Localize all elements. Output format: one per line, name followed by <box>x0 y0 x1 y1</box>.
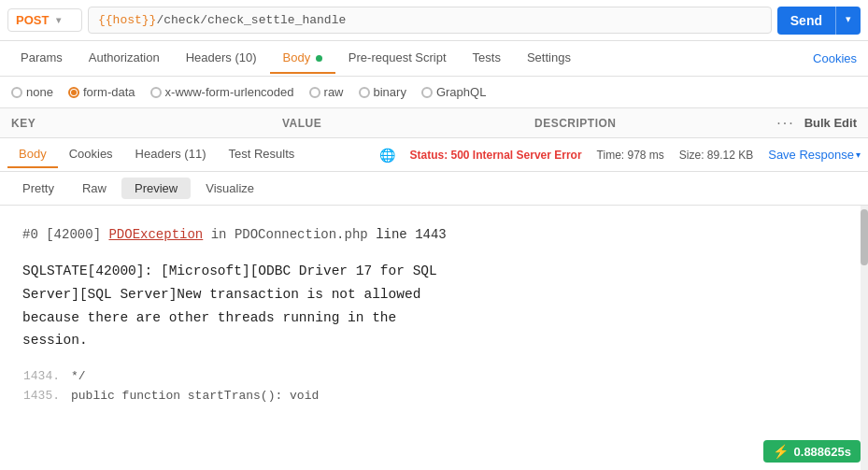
save-response-button[interactable]: Save Response ▾ <box>768 148 861 162</box>
radio-urlencoded[interactable]: x-www-form-urlencoded <box>150 85 294 99</box>
error-file: PDOConnection.php <box>235 227 368 242</box>
timer-badge: ⚡ 0.888625s <box>763 440 861 463</box>
error-msg-line4: session. <box>22 329 846 352</box>
error-msg-line1: SQLSTATE[42000]: [Microsoft][ODBC Driver… <box>22 260 846 283</box>
col-key: KEY <box>11 117 282 130</box>
save-response-chevron: ▾ <box>856 150 861 160</box>
tab-settings[interactable]: Settings <box>514 43 584 74</box>
error-header: #0 [42000] PDOException in PDOConnection… <box>22 224 846 245</box>
send-button-label: Send <box>777 7 835 35</box>
table-actions: ··· Bulk Edit <box>776 115 857 132</box>
cookies-link[interactable]: Cookies <box>809 44 861 73</box>
prev-tab-visualize[interactable]: Visualize <box>192 178 267 199</box>
status-code: Status: 500 Internal Server Error <box>410 149 582 162</box>
scrollbar-thumb[interactable] <box>861 209 868 265</box>
radio-urlencoded-label: x-www-form-urlencoded <box>165 85 294 99</box>
radio-none-label: none <box>26 85 53 99</box>
body-type-row: none form-data x-www-form-urlencoded raw… <box>0 77 868 108</box>
send-button-group[interactable]: Send ▾ <box>777 7 861 35</box>
radio-graphql-label: GraphQL <box>436 85 486 99</box>
prev-tab-preview[interactable]: Preview <box>121 178 191 199</box>
table-header: KEY VALUE DESCRIPTION ··· Bulk Edit <box>0 108 868 138</box>
preview-format-tabs: Pretty Raw Preview Visualize <box>0 172 868 206</box>
error-line-number: 1443 <box>415 227 447 242</box>
line-num-1435: 1435. <box>22 387 60 406</box>
error-line-label: line <box>376 227 415 242</box>
url-host: {{host}} <box>98 13 156 27</box>
resp-tab-headers[interactable]: Headers (11) <box>124 141 218 168</box>
main-layout: Params Authorization Headers (10) Body P… <box>0 41 868 470</box>
bulk-edit-button[interactable]: Bulk Edit <box>804 116 857 130</box>
radio-binary[interactable]: binary <box>359 85 406 99</box>
tab-params[interactable]: Params <box>7 43 76 74</box>
tab-tests[interactable]: Tests <box>460 43 514 74</box>
line-num-1434: 1434. <box>22 367 60 387</box>
method-dropdown-icon: ▾ <box>56 15 61 25</box>
scrollbar[interactable] <box>861 206 868 470</box>
tab-headers[interactable]: Headers (10) <box>173 43 270 74</box>
prev-tab-pretty[interactable]: Pretty <box>9 178 67 199</box>
resp-tab-body[interactable]: Body <box>7 141 58 168</box>
col-description: DESCRIPTION <box>534 117 776 130</box>
send-dropdown-icon[interactable]: ▾ <box>835 7 861 35</box>
url-input[interactable]: {{host}}/check/check_settle_handle <box>88 7 772 34</box>
radio-graphql-circle <box>421 87 433 98</box>
radio-raw[interactable]: raw <box>309 85 344 99</box>
tab-body[interactable]: Body <box>270 43 335 74</box>
resp-tab-cookies[interactable]: Cookies <box>58 141 124 168</box>
radio-binary-label: binary <box>374 85 406 99</box>
error-number: #0 <box>22 227 38 242</box>
response-status-bar: 🌐 Status: 500 Internal Server Error Time… <box>379 148 861 163</box>
timer-logo: ⚡ <box>773 444 789 459</box>
code-line-1435: 1435. public function startTrans(): void <box>22 387 846 406</box>
response-size: Size: 89.12 KB <box>679 149 753 162</box>
error-code-bracket: [42000] <box>46 227 101 242</box>
response-time: Time: 978 ms <box>597 149 664 162</box>
globe-icon: 🌐 <box>379 148 395 163</box>
error-exception[interactable]: PDOException <box>108 227 203 242</box>
response-body: #0 [42000] PDOException in PDOConnection… <box>0 206 868 470</box>
radio-urlencoded-circle <box>150 87 162 98</box>
radio-formdata-circle <box>68 87 79 98</box>
line-code-1434: */ <box>71 367 86 387</box>
response-content: #0 [42000] PDOException in PDOConnection… <box>0 206 868 470</box>
prev-tab-raw[interactable]: Raw <box>69 178 120 199</box>
radio-raw-label: raw <box>324 85 344 99</box>
request-tabs: Params Authorization Headers (10) Body P… <box>0 41 868 77</box>
error-msg-line2: Server][SQL Server]New transaction is no… <box>22 283 846 306</box>
top-bar: POST ▾ {{host}}/check/check_settle_handl… <box>0 0 868 41</box>
tab-pre-request[interactable]: Pre-request Script <box>335 43 460 74</box>
method-selector[interactable]: POST ▾ <box>7 8 82 32</box>
tab-authorization[interactable]: Authorization <box>76 43 173 74</box>
response-tabs: Body Cookies Headers (11) Test Results 🌐… <box>0 138 868 172</box>
error-msg-line3: because there are other threads running … <box>22 306 846 330</box>
radio-graphql[interactable]: GraphQL <box>421 85 486 99</box>
error-message: SQLSTATE[42000]: [Microsoft][ODBC Driver… <box>22 260 846 352</box>
url-path: /check/check_settle_handle <box>156 13 346 27</box>
radio-raw-circle <box>309 87 320 98</box>
radio-none-circle <box>11 87 22 98</box>
error-in-word: in <box>211 227 235 242</box>
code-lines: 1434. */ 1435. public function startTran… <box>22 367 846 406</box>
col-value: VALUE <box>282 117 534 130</box>
timer-value: 0.888625s <box>794 445 851 459</box>
radio-formdata-label: form-data <box>83 85 135 99</box>
line-code-1435: public function startTrans(): void <box>71 387 319 406</box>
code-line-1434: 1434. */ <box>22 367 846 387</box>
radio-binary-circle <box>359 87 370 98</box>
method-label: POST <box>16 13 49 27</box>
radio-none[interactable]: none <box>11 85 53 99</box>
resp-tab-test-results[interactable]: Test Results <box>217 141 306 168</box>
more-options-icon[interactable]: ··· <box>776 115 794 132</box>
radio-formdata[interactable]: form-data <box>68 85 135 99</box>
